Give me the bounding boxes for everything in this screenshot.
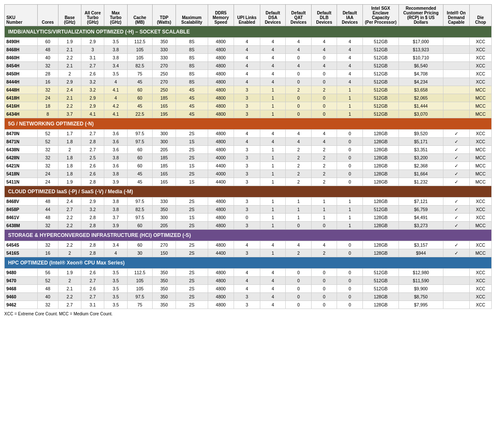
table-row: 8470N521.72.73.697.53002S480044440128GB$…	[5, 130, 492, 138]
col-max-turbo: MaxTurbo(GHz)	[104, 5, 127, 26]
col-dlb: DefaultDLBDevices	[311, 5, 337, 26]
table-row: 6434H83.74.14.122.51954S480031001512GB$3…	[5, 110, 492, 118]
col-ddr5: DDR5MemorySpeed	[208, 5, 234, 26]
table-row: 6428N321.82.53.8601852S400031220128GB$3,…	[5, 154, 492, 162]
section-header-storage: STORAGE & HYPERCONVERGED INFRASTRUCTURE …	[5, 230, 492, 241]
table-row: 6416H182.22.94.2451654S480031001512GB$1,…	[5, 102, 492, 110]
col-sgx: Intel SGX EnclaveCapacity(Per Processor)	[362, 5, 398, 26]
section-header-hpc: HPC OPTIMIZED (Intel® Xeon® CPU Max Seri…	[5, 257, 492, 269]
table-row: 8454H322.12.73.482.52708S480044444512GB$…	[5, 62, 492, 70]
table-row: 6448H322.43.24.1602504S480031221512GB$3,…	[5, 86, 492, 94]
section-header-5g: 5G / NETWORKING OPTIMIZED (-N)	[5, 118, 492, 130]
col-cores: Cores	[37, 5, 58, 26]
col-rcp: RecommendedCustomer Pricing(RCP) in $ US…	[399, 5, 443, 26]
col-sku: SKUNumber	[5, 5, 38, 26]
table-row: 8450H2822.63.5752508S480044004512GB$4,70…	[5, 70, 492, 78]
table-row: 8461V482.22.83.797.53001S480001111128GB$…	[5, 214, 492, 222]
table-header: SKUNumber Cores Base(GHz) All CoreTurbo(…	[5, 5, 492, 26]
section-header-cloud: CLOUD OPTIMIZED IaaS (-P) / SaaS (-V) / …	[5, 186, 492, 198]
table-row: 5411N241.92.83.9451651S440031220128GB$1,…	[5, 178, 492, 186]
table-row: 6454S322.22.83.4602702S480044440128GB$3,…	[5, 241, 492, 249]
page-container: SKUNumber Cores Base(GHz) All CoreTurbo(…	[4, 4, 492, 316]
table-row: 9480561.92.63.5112.53502S480044000512GB$…	[5, 269, 492, 277]
table-row: 6418H242.12.94601854S480031001512GB$2,06…	[5, 94, 492, 102]
table-row: 5418N241.82.63.8451652S400031220128GB$1,…	[5, 170, 492, 178]
table-row: 9468482.12.63.51053502S480044000512GB$9,…	[5, 285, 492, 293]
table-row: 5416S1622.84301502S440031220128GB$944✓MC…	[5, 249, 492, 257]
col-max-scale: MaximumScalability	[176, 5, 208, 26]
table-row: 8471N521.82.83.697.53001S480044440128GB$…	[5, 138, 492, 146]
table-row: 9460402.22.73.597.53502S480034000128GB$8…	[5, 293, 492, 301]
col-iaa: DefaultIAADevices	[337, 5, 363, 26]
table-row: 6421N321.82.63.6601851S440031220128GB$2,…	[5, 162, 492, 170]
col-base: Base(GHz)	[58, 5, 81, 26]
col-on-demand: Intel® OnDemandCapable	[443, 5, 470, 26]
main-table: SKUNumber Cores Base(GHz) All CoreTurbo(…	[4, 4, 492, 309]
table-row: 6438N3222.73.6602052S480031220128GB$3,35…	[5, 146, 492, 154]
table-row: 8490H601.92.93.5112.53508S480044444512GB…	[5, 38, 492, 46]
col-dsa: DefaultDSADevices	[260, 5, 286, 26]
table-row: 8468V482.42.93.897.53302S480031111128GB$…	[5, 198, 492, 206]
section-header-imdb: IMDB/ANALYTICS/VIRTUALIZATION OPTIMIZED …	[5, 26, 492, 38]
table-row: 8458P442.73.23.882.53502S480031111512GB$…	[5, 206, 492, 214]
table-row: 8468H482.133.81053308S480044444512GB$13,…	[5, 46, 492, 54]
col-cache: Cache(MB)	[127, 5, 152, 26]
table-body: IMDB/ANALYTICS/VIRTUALIZATION OPTIMIZED …	[5, 26, 492, 309]
col-all-core-turbo: All CoreTurbo(GHz)	[81, 5, 104, 26]
table-row: 6438M322.22.83.9602052S480031001128GB$3,…	[5, 222, 492, 230]
footer-note: XCC = Extreme Core Count. MCC = Medium C…	[4, 312, 492, 316]
col-tdp: TDP(Watts)	[153, 5, 176, 26]
col-die-chop: DieChop	[470, 5, 492, 26]
table-row: 8460H402.23.13.81053308S480044004512GB$1…	[5, 54, 492, 62]
table-row: 9462322.73.13.5753502S480034000128GB$7,9…	[5, 301, 492, 309]
col-upi: UPI LinksEnabled	[234, 5, 260, 26]
col-qat: DefaultQATDevices	[286, 5, 312, 26]
table-row: 94705222.73.51053502S480044000512GB$11,5…	[5, 277, 492, 285]
table-row: 8444H162.93.24452708S480044004512GB$4,23…	[5, 78, 492, 86]
